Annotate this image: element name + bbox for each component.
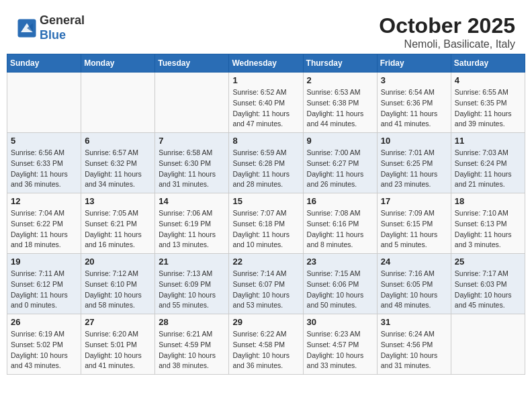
day-info: Sunrise: 7:07 AM Sunset: 6:18 PM Dayligh… bbox=[232, 208, 299, 250]
day-header-friday: Friday bbox=[377, 54, 451, 73]
calendar-table: SundayMondayTuesdayWednesdayThursdayFrid… bbox=[7, 54, 525, 375]
day-number: 28 bbox=[159, 317, 225, 327]
calendar-cell: 10Sunrise: 7:01 AM Sunset: 6:25 PM Dayli… bbox=[377, 133, 451, 193]
day-header-sunday: Sunday bbox=[7, 54, 81, 73]
calendar-cell: 22Sunrise: 7:14 AM Sunset: 6:07 PM Dayli… bbox=[229, 254, 303, 314]
week-row-3: 12Sunrise: 7:04 AM Sunset: 6:22 PM Dayli… bbox=[7, 193, 525, 254]
day-number: 24 bbox=[381, 257, 447, 267]
week-row-2: 5Sunrise: 6:56 AM Sunset: 6:33 PM Daylig… bbox=[7, 133, 525, 193]
day-info: Sunrise: 6:54 AM Sunset: 6:36 PM Dayligh… bbox=[381, 87, 447, 130]
calendar-cell: 19Sunrise: 7:11 AM Sunset: 6:12 PM Dayli… bbox=[7, 254, 81, 314]
calendar-cell bbox=[155, 73, 229, 133]
day-number: 29 bbox=[232, 317, 299, 327]
title-block: October 2025 Nemoli, Basilicate, Italy bbox=[379, 13, 515, 50]
page-header: General Blue October 2025 Nemoli, Basili… bbox=[7, 7, 525, 54]
calendar-cell: 5Sunrise: 6:56 AM Sunset: 6:33 PM Daylig… bbox=[7, 133, 81, 193]
day-number: 11 bbox=[455, 136, 521, 146]
day-header-thursday: Thursday bbox=[303, 54, 377, 73]
calendar-cell: 14Sunrise: 7:06 AM Sunset: 6:19 PM Dayli… bbox=[155, 193, 229, 254]
calendar-cell: 31Sunrise: 6:24 AM Sunset: 4:56 PM Dayli… bbox=[377, 314, 451, 375]
calendar-cell: 15Sunrise: 7:07 AM Sunset: 6:18 PM Dayli… bbox=[229, 193, 303, 254]
day-number: 31 bbox=[381, 317, 447, 327]
day-info: Sunrise: 7:05 AM Sunset: 6:21 PM Dayligh… bbox=[85, 208, 151, 250]
day-info: Sunrise: 7:11 AM Sunset: 6:12 PM Dayligh… bbox=[11, 269, 77, 311]
logo-icon bbox=[17, 18, 37, 38]
calendar-cell: 21Sunrise: 7:13 AM Sunset: 6:09 PM Dayli… bbox=[155, 254, 229, 314]
day-info: Sunrise: 6:21 AM Sunset: 4:59 PM Dayligh… bbox=[159, 329, 225, 371]
day-info: Sunrise: 7:04 AM Sunset: 6:22 PM Dayligh… bbox=[11, 208, 77, 250]
day-number: 13 bbox=[85, 196, 151, 206]
calendar-cell bbox=[81, 73, 155, 133]
calendar-cell: 29Sunrise: 6:22 AM Sunset: 4:58 PM Dayli… bbox=[229, 314, 303, 375]
calendar-cell: 4Sunrise: 6:55 AM Sunset: 6:35 PM Daylig… bbox=[451, 73, 525, 133]
day-info: Sunrise: 7:13 AM Sunset: 6:09 PM Dayligh… bbox=[159, 269, 225, 311]
logo-blue: Blue bbox=[40, 28, 66, 42]
week-row-4: 19Sunrise: 7:11 AM Sunset: 6:12 PM Dayli… bbox=[7, 254, 525, 314]
week-row-1: 1Sunrise: 6:52 AM Sunset: 6:40 PM Daylig… bbox=[7, 73, 525, 133]
calendar-cell: 20Sunrise: 7:12 AM Sunset: 6:10 PM Dayli… bbox=[81, 254, 155, 314]
calendar-cell: 30Sunrise: 6:23 AM Sunset: 4:57 PM Dayli… bbox=[303, 314, 377, 375]
logo-general: General bbox=[40, 13, 85, 27]
day-number: 3 bbox=[381, 75, 447, 85]
day-number: 6 bbox=[85, 136, 151, 146]
day-info: Sunrise: 7:16 AM Sunset: 6:05 PM Dayligh… bbox=[381, 269, 447, 311]
day-info: Sunrise: 7:17 AM Sunset: 6:03 PM Dayligh… bbox=[455, 269, 521, 311]
day-header-monday: Monday bbox=[81, 54, 155, 73]
day-info: Sunrise: 7:06 AM Sunset: 6:19 PM Dayligh… bbox=[159, 208, 225, 250]
day-number: 20 bbox=[85, 257, 151, 267]
calendar-cell: 1Sunrise: 6:52 AM Sunset: 6:40 PM Daylig… bbox=[229, 73, 303, 133]
calendar-cell: 9Sunrise: 7:00 AM Sunset: 6:27 PM Daylig… bbox=[303, 133, 377, 193]
calendar-cell: 8Sunrise: 6:59 AM Sunset: 6:28 PM Daylig… bbox=[229, 133, 303, 193]
day-info: Sunrise: 6:59 AM Sunset: 6:28 PM Dayligh… bbox=[232, 148, 299, 190]
calendar-cell: 27Sunrise: 6:20 AM Sunset: 5:01 PM Dayli… bbox=[81, 314, 155, 375]
day-number: 22 bbox=[232, 257, 299, 267]
calendar-cell: 23Sunrise: 7:15 AM Sunset: 6:06 PM Dayli… bbox=[303, 254, 377, 314]
day-info: Sunrise: 7:09 AM Sunset: 6:15 PM Dayligh… bbox=[381, 208, 447, 250]
day-info: Sunrise: 6:57 AM Sunset: 6:32 PM Dayligh… bbox=[85, 148, 151, 190]
day-info: Sunrise: 6:56 AM Sunset: 6:33 PM Dayligh… bbox=[11, 148, 77, 190]
day-info: Sunrise: 6:24 AM Sunset: 4:56 PM Dayligh… bbox=[381, 329, 447, 371]
day-info: Sunrise: 6:53 AM Sunset: 6:38 PM Dayligh… bbox=[307, 87, 373, 130]
day-info: Sunrise: 7:03 AM Sunset: 6:24 PM Dayligh… bbox=[455, 148, 521, 190]
day-info: Sunrise: 6:58 AM Sunset: 6:30 PM Dayligh… bbox=[159, 148, 225, 190]
day-info: Sunrise: 6:22 AM Sunset: 4:58 PM Dayligh… bbox=[232, 329, 299, 371]
day-info: Sunrise: 6:23 AM Sunset: 4:57 PM Dayligh… bbox=[307, 329, 373, 371]
calendar-cell: 18Sunrise: 7:10 AM Sunset: 6:13 PM Dayli… bbox=[451, 193, 525, 254]
calendar-title: October 2025 bbox=[379, 13, 515, 38]
day-info: Sunrise: 7:08 AM Sunset: 6:16 PM Dayligh… bbox=[307, 208, 373, 250]
day-number: 14 bbox=[159, 196, 225, 206]
day-number: 19 bbox=[11, 257, 77, 267]
calendar-subtitle: Nemoli, Basilicate, Italy bbox=[379, 38, 515, 50]
calendar-cell bbox=[7, 73, 81, 133]
day-number: 30 bbox=[307, 317, 373, 327]
day-info: Sunrise: 7:14 AM Sunset: 6:07 PM Dayligh… bbox=[232, 269, 299, 311]
day-info: Sunrise: 6:20 AM Sunset: 5:01 PM Dayligh… bbox=[85, 329, 151, 371]
week-row-5: 26Sunrise: 6:19 AM Sunset: 5:02 PM Dayli… bbox=[7, 314, 525, 375]
day-info: Sunrise: 7:01 AM Sunset: 6:25 PM Dayligh… bbox=[381, 148, 447, 190]
calendar-cell: 28Sunrise: 6:21 AM Sunset: 4:59 PM Dayli… bbox=[155, 314, 229, 375]
day-number: 26 bbox=[11, 317, 77, 327]
calendar-cell: 3Sunrise: 6:54 AM Sunset: 6:36 PM Daylig… bbox=[377, 73, 451, 133]
calendar-cell: 11Sunrise: 7:03 AM Sunset: 6:24 PM Dayli… bbox=[451, 133, 525, 193]
day-info: Sunrise: 7:10 AM Sunset: 6:13 PM Dayligh… bbox=[455, 208, 521, 250]
day-number: 4 bbox=[455, 75, 521, 85]
day-info: Sunrise: 6:19 AM Sunset: 5:02 PM Dayligh… bbox=[11, 329, 77, 371]
calendar-cell: 12Sunrise: 7:04 AM Sunset: 6:22 PM Dayli… bbox=[7, 193, 81, 254]
calendar-cell bbox=[451, 314, 525, 375]
day-number: 23 bbox=[307, 257, 373, 267]
calendar-cell: 26Sunrise: 6:19 AM Sunset: 5:02 PM Dayli… bbox=[7, 314, 81, 375]
calendar-cell: 25Sunrise: 7:17 AM Sunset: 6:03 PM Dayli… bbox=[451, 254, 525, 314]
day-number: 27 bbox=[85, 317, 151, 327]
day-number: 10 bbox=[381, 136, 447, 146]
calendar-cell: 13Sunrise: 7:05 AM Sunset: 6:21 PM Dayli… bbox=[81, 193, 155, 254]
day-number: 18 bbox=[455, 196, 521, 206]
day-number: 2 bbox=[307, 75, 373, 85]
day-number: 5 bbox=[11, 136, 77, 146]
calendar-cell: 7Sunrise: 6:58 AM Sunset: 6:30 PM Daylig… bbox=[155, 133, 229, 193]
day-info: Sunrise: 7:15 AM Sunset: 6:06 PM Dayligh… bbox=[307, 269, 373, 311]
days-header-row: SundayMondayTuesdayWednesdayThursdayFrid… bbox=[7, 54, 525, 73]
day-number: 25 bbox=[455, 257, 521, 267]
day-info: Sunrise: 7:12 AM Sunset: 6:10 PM Dayligh… bbox=[85, 269, 151, 311]
day-number: 7 bbox=[159, 136, 225, 146]
day-info: Sunrise: 6:55 AM Sunset: 6:35 PM Dayligh… bbox=[455, 87, 521, 130]
